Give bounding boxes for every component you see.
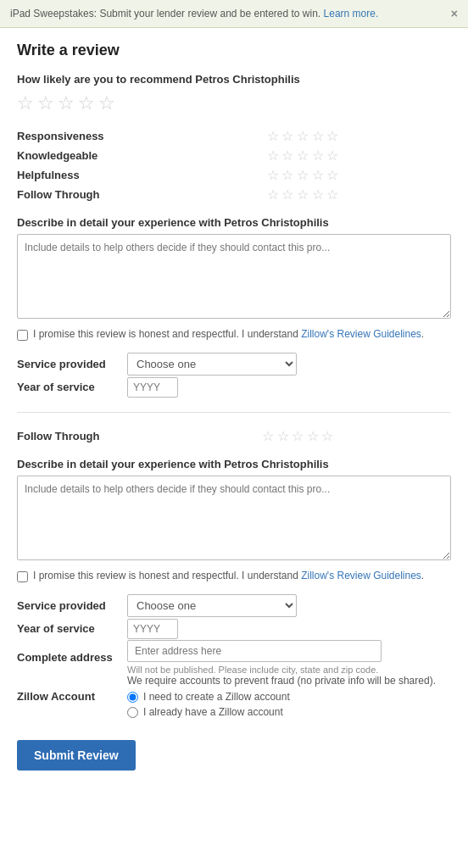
page-title: Write a review — [17, 42, 451, 59]
promise-period-2: . — [421, 570, 424, 581]
service-input-2[interactable]: Choose one — [127, 594, 451, 617]
ft-star-4[interactable]: ☆ — [312, 187, 324, 202]
promise-checkbox-2[interactable] — [17, 571, 28, 582]
overall-star-1[interactable]: ☆ — [17, 92, 34, 114]
year-input-container-1[interactable] — [127, 376, 451, 398]
promise-checkbox-1[interactable] — [17, 330, 28, 341]
promise-main-text-1: I promise this review is honest and resp… — [33, 328, 301, 340]
knowledgeable-row: Knowledgeable ☆ ☆ ☆ ☆ ☆ — [17, 146, 451, 165]
page-content: Write a review How likely are you to rec… — [0, 28, 468, 787]
promise-row-1: I promise this review is honest and resp… — [17, 328, 451, 341]
year-input-2[interactable] — [127, 619, 178, 639]
resp-star-5[interactable]: ☆ — [326, 129, 338, 143]
knowledgeable-label: Knowledgeable — [17, 146, 267, 165]
overall-rating-label: How likely are you to recommend Petros C… — [17, 73, 451, 86]
promise-text-2: I promise this review is honest and resp… — [33, 570, 424, 581]
zillow-create-radio[interactable] — [127, 692, 138, 703]
ft2-star-4[interactable]: ☆ — [307, 429, 319, 443]
resp-star-1[interactable]: ☆ — [267, 129, 279, 143]
promise-text-1: I promise this review is honest and resp… — [33, 328, 424, 340]
follow-through-row-2: Follow Through ☆ ☆ ☆ ☆ ☆ — [17, 426, 451, 446]
help-star-3[interactable]: ☆ — [297, 168, 309, 182]
review-textarea-2[interactable] — [17, 476, 451, 560]
service-input-1[interactable]: Choose one — [127, 353, 451, 376]
ft-star-3[interactable]: ☆ — [297, 187, 309, 202]
know-star-2[interactable]: ☆ — [281, 148, 293, 163]
describe-label-1: Describe in detail your experience with … — [17, 216, 451, 229]
follow-through-stars-1[interactable]: ☆ ☆ ☆ ☆ ☆ — [267, 185, 451, 204]
ft-star-2[interactable]: ☆ — [281, 187, 293, 202]
responsiveness-label: Responsiveness — [17, 126, 267, 146]
year-label-2: Year of service — [17, 617, 127, 640]
ft-star-1[interactable]: ☆ — [267, 187, 279, 202]
divider-1 — [17, 412, 451, 413]
follow-through-label-1: Follow Through — [17, 185, 267, 204]
know-star-4[interactable]: ☆ — [312, 148, 324, 163]
service-select-2[interactable]: Choose one — [127, 594, 297, 617]
help-star-1[interactable]: ☆ — [267, 168, 279, 182]
service-label-2: Service provided — [17, 594, 127, 617]
promise-main-text-2: I promise this review is honest and resp… — [33, 570, 301, 581]
follow-through-row-1: Follow Through ☆ ☆ ☆ ☆ ☆ — [17, 185, 451, 204]
complete-address-label: Complete address — [17, 640, 127, 675]
knowledgeable-stars[interactable]: ☆ ☆ ☆ ☆ ☆ — [267, 146, 451, 165]
service-provided-row-1: Service provided Choose one — [17, 353, 451, 376]
know-star-3[interactable]: ☆ — [297, 148, 309, 163]
zillow-account-row: Zillow Account We require accounts to pr… — [17, 675, 451, 718]
follow-through-section-2: Follow Through ☆ ☆ ☆ ☆ ☆ — [17, 426, 451, 446]
complete-address-row: Complete address Will not be published. … — [17, 640, 451, 675]
helpfulness-label: Helpfulness — [17, 165, 267, 185]
form-section-1: Service provided Choose one Year of serv… — [17, 353, 451, 398]
banner-learn-more-link[interactable]: Learn more. — [324, 8, 379, 19]
ft2-star-5[interactable]: ☆ — [321, 429, 333, 443]
help-star-2[interactable]: ☆ — [281, 168, 293, 182]
service-select-1[interactable]: Choose one — [127, 353, 297, 376]
helpfulness-row: Helpfulness ☆ ☆ ☆ ☆ ☆ — [17, 165, 451, 185]
rating-categories: Responsiveness ☆ ☆ ☆ ☆ ☆ Knowledgeable ☆… — [17, 126, 451, 204]
year-input-1[interactable] — [127, 377, 178, 398]
ft2-star-1[interactable]: ☆ — [262, 429, 274, 443]
know-star-5[interactable]: ☆ — [326, 148, 338, 163]
address-input-container: Will not be published. Please include ci… — [127, 640, 451, 675]
zillow-existing-account-row: I already have a Zillow account — [127, 706, 451, 718]
overall-star-2[interactable]: ☆ — [37, 92, 54, 114]
zillow-existing-label: I already have a Zillow account — [143, 706, 283, 718]
promise-period-1: . — [421, 328, 424, 340]
form-section-2: Service provided Choose one Year of serv… — [17, 594, 451, 718]
zillow-create-account-row: I need to create a Zillow account — [127, 691, 451, 703]
zillow-create-label: I need to create a Zillow account — [143, 691, 290, 703]
address-hint: Will not be published. Please include ci… — [127, 665, 451, 675]
resp-star-3[interactable]: ☆ — [297, 129, 309, 143]
overall-star-5[interactable]: ☆ — [98, 92, 115, 114]
year-input-container-2[interactable] — [127, 617, 451, 640]
ft2-star-3[interactable]: ☆ — [292, 429, 304, 443]
resp-star-4[interactable]: ☆ — [312, 129, 324, 143]
banner-close-button[interactable]: × — [451, 7, 458, 20]
responsiveness-stars[interactable]: ☆ ☆ ☆ ☆ ☆ — [267, 126, 451, 146]
overall-rating-stars[interactable]: ☆ ☆ ☆ ☆ ☆ — [17, 92, 451, 114]
describe-label-2: Describe in detail your experience with … — [17, 458, 451, 470]
year-of-service-row-2: Year of service — [17, 617, 451, 640]
zillow-existing-radio[interactable] — [127, 707, 138, 718]
service-provided-row-2: Service provided Choose one — [17, 594, 451, 617]
zillow-account-cell: We require accounts to prevent fraud (no… — [127, 675, 451, 718]
review-textarea-1[interactable] — [17, 234, 451, 319]
ft-star-5[interactable]: ☆ — [326, 187, 338, 202]
know-star-1[interactable]: ☆ — [267, 148, 279, 163]
help-star-4[interactable]: ☆ — [312, 168, 324, 182]
overall-star-3[interactable]: ☆ — [58, 92, 75, 114]
help-star-5[interactable]: ☆ — [326, 168, 338, 182]
year-of-service-row-1: Year of service — [17, 376, 451, 398]
review-guidelines-link-2[interactable]: Zillow's Review Guidelines — [301, 570, 421, 581]
ft2-star-2[interactable]: ☆ — [277, 429, 289, 443]
follow-through-stars-2[interactable]: ☆ ☆ ☆ ☆ ☆ — [262, 426, 451, 446]
service-label-1: Service provided — [17, 353, 127, 376]
review-guidelines-link-1[interactable]: Zillow's Review Guidelines — [301, 328, 421, 340]
submit-review-button[interactable]: Submit Review — [17, 740, 136, 771]
promo-banner: iPad Sweepstakes: Submit your lender rev… — [0, 0, 468, 28]
address-input[interactable] — [127, 640, 382, 662]
resp-star-2[interactable]: ☆ — [281, 129, 293, 143]
overall-star-4[interactable]: ☆ — [78, 92, 95, 114]
year-label-1: Year of service — [17, 376, 127, 398]
helpfulness-stars[interactable]: ☆ ☆ ☆ ☆ ☆ — [267, 165, 451, 185]
